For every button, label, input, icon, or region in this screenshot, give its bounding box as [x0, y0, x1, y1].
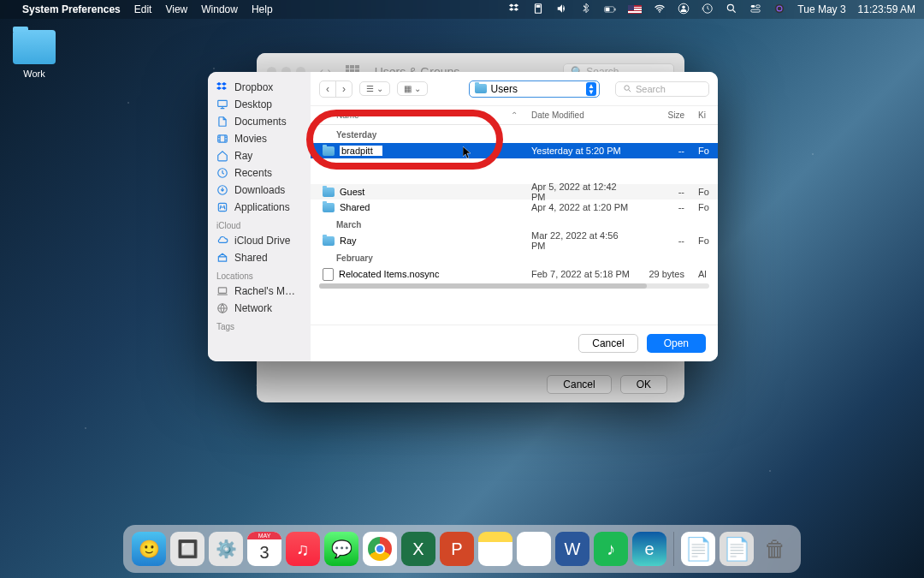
col-name: Name: [336, 110, 359, 120]
dock-music[interactable]: ♫: [286, 532, 320, 566]
menubar-date[interactable]: Tue May 3: [797, 3, 845, 15]
file-name: Guest: [340, 187, 364, 197]
sidebar-item-recents[interactable]: Recents: [208, 164, 311, 182]
menu-view[interactable]: View: [165, 3, 187, 15]
col-kind: Ki: [691, 106, 718, 124]
sidebar-item-movies[interactable]: Movies: [208, 130, 311, 147]
path-dropdown[interactable]: Users ▲▼: [469, 80, 600, 98]
dock-doc2[interactable]: 📄: [720, 532, 754, 566]
view-group-button[interactable]: ▦ ⌄: [397, 81, 428, 96]
dock: 🙂🔲⚙️MAY3♫💬XP⋕W♪e📄📄🗑: [123, 525, 801, 573]
file-size: 29 bytes: [640, 269, 691, 279]
dock-launchpad[interactable]: 🔲: [170, 532, 204, 566]
sidebar-item-dropbox[interactable]: Dropbox: [208, 79, 311, 96]
siri-icon[interactable]: [773, 3, 785, 17]
file-kind: Al: [691, 269, 718, 279]
sidebar-item-rachelsm[interactable]: Rachel's M…: [208, 283, 311, 300]
dock-edge[interactable]: e: [632, 532, 666, 566]
dock-slack[interactable]: ⋕: [517, 532, 551, 566]
menu-window[interactable]: Window: [201, 3, 238, 15]
file-kind: Fo: [691, 187, 718, 197]
folder-icon: [323, 188, 335, 197]
network-icon: [216, 302, 228, 314]
dock-trash[interactable]: 🗑: [758, 532, 792, 566]
documents-icon: [216, 116, 228, 128]
sidebar-label: Downloads: [234, 184, 285, 196]
dock-excel[interactable]: X: [401, 532, 435, 566]
control-center-icon[interactable]: [749, 3, 761, 17]
dropdown-arrows-icon: ▲▼: [586, 82, 596, 96]
dock-chrome[interactable]: [363, 532, 397, 566]
sidebar-item-shared[interactable]: Shared: [208, 249, 311, 266]
menubar-time[interactable]: 11:23:59 AM: [858, 3, 915, 15]
dock-finder[interactable]: 🙂: [132, 532, 166, 566]
finder-search[interactable]: Search: [615, 81, 709, 97]
sidebar-item-applications[interactable]: Applications: [208, 199, 311, 216]
applications-icon: [216, 201, 228, 213]
dock-word[interactable]: W: [555, 532, 589, 566]
dock-powerpoint[interactable]: P: [440, 532, 474, 566]
menu-help[interactable]: Help: [252, 3, 273, 15]
dock-notes[interactable]: [478, 532, 512, 566]
menu-edit[interactable]: Edit: [134, 3, 152, 15]
laptop-icon: [216, 285, 228, 297]
desktop-folder-work[interactable]: Work: [13, 30, 56, 79]
syspref-cancel-button[interactable]: Cancel: [547, 375, 611, 394]
downloads-icon: [216, 184, 228, 196]
forward-icon: ›: [336, 81, 352, 97]
sidebar-item-desktop[interactable]: Desktop: [208, 96, 311, 113]
svg-point-12: [775, 3, 785, 13]
file-row[interactable]: GuestApr 5, 2022 at 12:42 PM--Fo: [311, 184, 718, 200]
horizontal-scrollbar[interactable]: [319, 283, 709, 289]
svg-point-6: [683, 5, 686, 9]
file-row[interactable]: RayMar 22, 2022 at 4:56 PM--Fo: [311, 233, 718, 248]
file-list: Name⌃ Date Modified Size Ki YesterdayYes…: [311, 106, 718, 325]
open-button[interactable]: Open: [647, 334, 706, 353]
app-name[interactable]: System Preferences: [22, 3, 121, 15]
sidebar-item-network[interactable]: Network: [208, 300, 311, 317]
folder-icon: [475, 84, 487, 93]
sort-indicator-icon: ⌃: [511, 110, 518, 120]
sidebar-label: Recents: [234, 167, 272, 179]
nav-back-forward[interactable]: ‹›: [319, 80, 352, 98]
finder-open-dialog: DropboxDesktopDocumentsMoviesRayRecentsD…: [208, 72, 718, 361]
sidebar-item-iclouddrive[interactable]: iCloud Drive: [208, 232, 311, 249]
bluetooth-icon[interactable]: [580, 3, 592, 17]
dock-calendar[interactable]: MAY3: [247, 532, 281, 566]
spotlight-icon[interactable]: [726, 3, 737, 17]
wifi-icon[interactable]: [654, 3, 666, 17]
view-list-button[interactable]: ☰ ⌄: [359, 81, 390, 96]
sidebar-item-downloads[interactable]: Downloads: [208, 182, 311, 199]
menubar: System Preferences Edit View Window Help…: [0, 0, 924, 19]
file-kind: Fo: [691, 235, 718, 246]
user-icon[interactable]: [678, 3, 690, 17]
dock-settings[interactable]: ⚙️: [209, 532, 243, 566]
syspref-ok-button[interactable]: OK: [620, 375, 667, 394]
sidebar-label: Network: [234, 302, 272, 314]
sidebar-item-documents[interactable]: Documents: [208, 113, 311, 130]
col-size: Size: [640, 106, 691, 124]
timemachine-icon[interactable]: [702, 3, 714, 17]
svg-rect-14: [218, 100, 228, 106]
input-source-flag-icon[interactable]: [628, 5, 642, 14]
svg-rect-3: [606, 8, 610, 11]
svg-rect-4: [615, 8, 616, 10]
cancel-button[interactable]: Cancel: [578, 334, 637, 353]
sidebar-label: Applications: [234, 201, 290, 213]
dock-doc1[interactable]: 📄: [681, 532, 715, 566]
dock-messages[interactable]: 💬: [324, 532, 358, 566]
battery-save-icon[interactable]: [532, 3, 544, 17]
sidebar-item-ray[interactable]: Ray: [208, 147, 311, 164]
dock-spotify[interactable]: ♪: [594, 532, 628, 566]
file-name-edit-input[interactable]: [340, 146, 382, 156]
file-row[interactable]: Relocated Items.nosyncFeb 7, 2022 at 5:1…: [311, 266, 718, 282]
dropbox-status-icon[interactable]: [508, 3, 520, 17]
file-size: --: [640, 187, 691, 197]
file-row[interactable]: SharedApr 4, 2022 at 1:20 PM--Fo: [311, 200, 718, 215]
sidebar-label: Movies: [234, 133, 267, 145]
battery-icon[interactable]: [604, 3, 616, 15]
volume-icon[interactable]: [556, 3, 568, 17]
dock-separator: [673, 532, 674, 566]
column-headers[interactable]: Name⌃ Date Modified Size Ki: [311, 106, 718, 125]
file-row[interactable]: Yesterday at 5:20 PM--Fo: [311, 143, 718, 158]
